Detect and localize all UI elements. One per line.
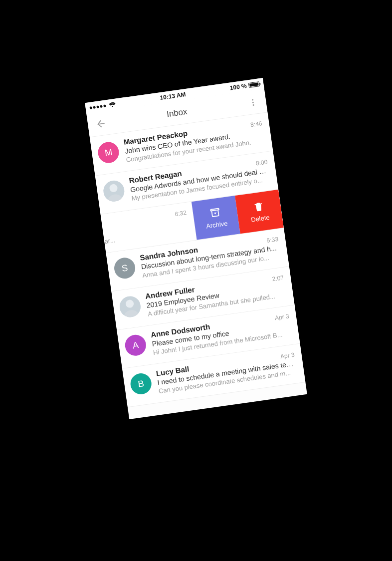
archive-icon [209,207,221,219]
avatar-letter: S [121,263,129,274]
signal-dots-icon [89,104,106,109]
avatar [102,179,126,203]
arrow-left-icon [95,117,107,130]
delete-button[interactable]: Delete [235,190,284,234]
more-vertical-icon [248,97,258,107]
avatar-letter: A [132,340,139,351]
delete-label: Delete [250,214,270,224]
wifi-icon [109,102,116,108]
svg-point-1 [252,101,254,103]
back-button[interactable] [91,113,111,134]
avatar: M [97,141,120,164]
avatar: S [113,257,136,280]
svg-point-0 [252,99,253,100]
svg-point-2 [252,104,254,105]
archive-label: Archive [205,220,228,230]
battery-icon [248,81,260,88]
battery-percent: 100 % [229,82,247,92]
avatar [118,295,142,318]
archive-button[interactable]: Archive [192,196,240,240]
phone-frame: 10:13 AM 100 % Inbox M Margaret Peackop … [85,78,307,419]
inbox-list[interactable]: M Margaret Peackop 8:46 John wins CEO of… [90,112,305,407]
avatar: B [129,372,153,395]
more-button[interactable] [243,92,263,112]
avatar: A [124,333,147,357]
avatar-letter: B [137,378,145,389]
trash-icon [252,200,265,213]
avatar-letter: M [104,147,113,158]
